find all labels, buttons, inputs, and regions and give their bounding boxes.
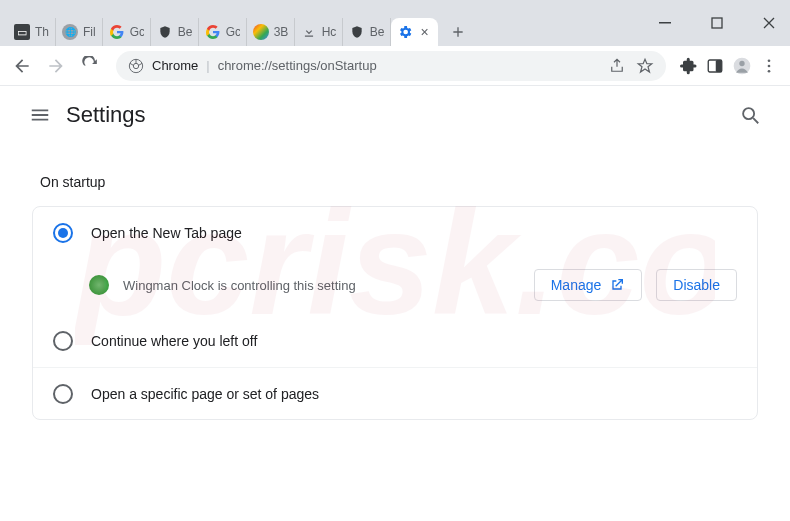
option-row-continue[interactable]: Continue where you left off [33,315,757,367]
window-maximize-button[interactable] [702,11,732,35]
profile-icon[interactable] [732,56,752,76]
disable-button[interactable]: Disable [656,269,737,301]
option-row-specific-pages[interactable]: Open a specific page or set of pages [33,367,757,419]
address-bar[interactable]: Chrome | chrome://settings/onStartup [116,51,666,81]
extension-notice-row: Wingman Clock is controlling this settin… [33,259,757,315]
menu-icon[interactable] [760,57,778,75]
disable-button-label: Disable [673,277,720,293]
forward-button[interactable] [42,52,70,80]
tab-label: Be [370,25,384,39]
back-button[interactable] [8,52,36,80]
manage-button-label: Manage [551,277,602,293]
tab-item[interactable]: ▭ Th [8,18,56,46]
svg-rect-0 [659,22,671,24]
shield-icon [157,24,173,40]
option-label: Open a specific page or set of pages [91,386,319,402]
hamburger-menu-button[interactable] [20,95,60,135]
tab-item[interactable]: Be [343,18,391,46]
radio-unselected[interactable] [53,331,73,351]
extension-notice-text: Wingman Clock is controlling this settin… [123,278,520,293]
tab-label: Gc [226,25,240,39]
extensions-icon[interactable] [680,57,698,75]
globe-icon: 🌐 [62,24,78,40]
tab-label: Be [178,25,192,39]
chrome-icon [128,58,144,74]
tab-item[interactable]: Gc [103,18,151,46]
svg-rect-1 [712,18,722,28]
browser-toolbar: Chrome | chrome://settings/onStartup [0,46,790,86]
share-icon[interactable] [608,57,626,75]
google-icon [205,24,221,40]
tab-item[interactable]: Hc [295,18,343,46]
tab-strip: ▭ Th 🌐 Fil Gc Be Gc 3B Hc Be [0,10,790,46]
tab-label: 3B [274,25,288,39]
svg-point-8 [768,59,771,62]
download-icon [301,24,317,40]
doc-icon: ▭ [14,24,30,40]
svg-point-10 [768,69,771,72]
tab-label: Th [35,25,49,39]
close-icon[interactable]: × [418,24,432,40]
tab-label: Gc [130,25,144,39]
bookmark-icon[interactable] [636,57,654,75]
tab-label: Hc [322,25,336,39]
tab-item[interactable]: Be [151,18,199,46]
shield-icon [349,24,365,40]
on-startup-card: Open the New Tab page Wingman Clock is c… [32,206,758,420]
svg-point-9 [768,64,771,67]
svg-rect-5 [716,60,722,72]
tab-item[interactable]: Gc [199,18,247,46]
reload-button[interactable] [76,52,104,80]
separator: | [206,58,209,73]
tab-label: Fil [83,25,96,39]
tab-item[interactable]: 3B [247,18,295,46]
tab-item[interactable]: 🌐 Fil [56,18,103,46]
settings-content: On startup Open the New Tab page Wingman… [0,144,790,432]
window-close-button[interactable] [754,11,784,35]
option-label: Open the New Tab page [91,225,242,241]
radio-selected[interactable] [53,223,73,243]
svg-point-7 [739,60,744,65]
open-external-icon [609,277,625,293]
radio-unselected[interactable] [53,384,73,404]
settings-header: Settings [0,86,790,144]
rainbow-icon [253,24,269,40]
omnibox-chip: Chrome [152,58,198,73]
search-button[interactable] [730,95,770,135]
google-icon [109,24,125,40]
gear-icon [397,24,413,40]
extension-icon [89,275,109,295]
tab-active-settings[interactable]: × [391,18,438,46]
option-row-new-tab[interactable]: Open the New Tab page [33,207,757,259]
sidepanel-icon[interactable] [706,57,724,75]
new-tab-button[interactable] [444,18,472,46]
window-minimize-button[interactable] [650,11,680,35]
omnibox-url: chrome://settings/onStartup [218,58,600,73]
option-label: Continue where you left off [91,333,257,349]
svg-point-11 [743,108,754,119]
page-title: Settings [66,102,146,128]
manage-button[interactable]: Manage [534,269,643,301]
section-title: On startup [40,174,758,190]
